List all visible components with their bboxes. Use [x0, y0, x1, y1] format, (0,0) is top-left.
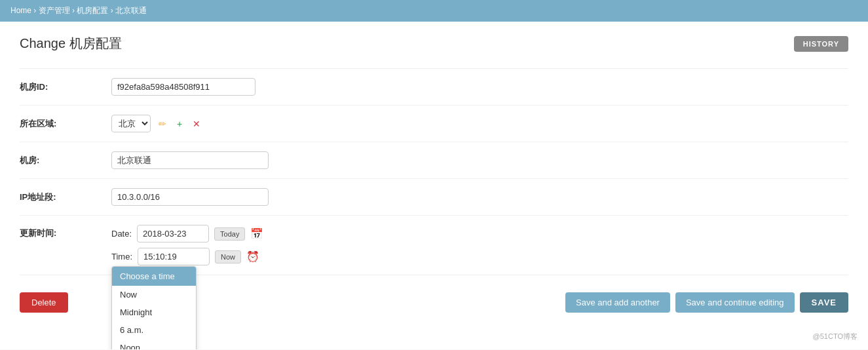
region-label: 所在区域:: [20, 118, 111, 130]
ip-range-input[interactable]: [111, 188, 269, 206]
time-option-now[interactable]: Now: [112, 286, 196, 303]
main-content: Change 机房配置 HISTORY 机房ID: 所在区域: 北京 ✏ + ✕: [0, 22, 868, 349]
page-header: Change 机房配置 HISTORY: [20, 35, 848, 52]
today-button[interactable]: Today: [214, 227, 245, 241]
now-button[interactable]: Now: [215, 250, 241, 263]
datacenter-id-input[interactable]: [111, 78, 255, 96]
save-add-button[interactable]: Save and add another: [565, 292, 670, 313]
region-edit-button[interactable]: ✏: [156, 117, 169, 130]
datetime-container: Date: Today 📅 Time: Now ⏰ Choose a time …: [111, 225, 263, 265]
clock-icon[interactable]: ⏰: [246, 250, 259, 263]
datacenter-name-label: 机房:: [20, 155, 111, 166]
date-row: Date: Today 📅: [111, 225, 263, 243]
datacenter-id-field: [111, 78, 255, 96]
datacenter-id-row: 机房ID:: [20, 69, 848, 106]
update-time-label: 更新时间:: [20, 225, 111, 239]
time-option-noon[interactable]: Noon: [112, 339, 196, 349]
datacenter-name-row: 机房:: [20, 142, 848, 179]
save-continue-button[interactable]: Save and continue editing: [675, 292, 795, 313]
time-picker-dropdown: Choose a time Now Midnight 6 a.m. Noon 6…: [111, 266, 197, 349]
date-label: Date:: [111, 229, 132, 239]
datacenter-id-label: 机房ID:: [20, 81, 111, 93]
datacenter-name-field: [111, 151, 269, 169]
watermark: @51CTO博客: [813, 332, 858, 341]
ip-range-row: IP地址段:: [20, 179, 848, 216]
time-label: Time:: [111, 252, 132, 262]
delete-button[interactable]: Delete: [20, 292, 68, 313]
form-section: 机房ID: 所在区域: 北京 ✏ + ✕ 机房:: [20, 68, 848, 275]
calendar-icon[interactable]: 📅: [250, 227, 263, 240]
right-buttons: Save and add another Save and continue e…: [565, 292, 848, 313]
history-button[interactable]: HISTORY: [794, 36, 848, 52]
datacenter-name-input[interactable]: [111, 151, 269, 169]
time-option-6am[interactable]: 6 a.m.: [112, 321, 196, 339]
region-row: 所在区域: 北京 ✏ + ✕: [20, 106, 848, 142]
region-add-button[interactable]: +: [174, 117, 185, 130]
time-option-midnight[interactable]: Midnight: [112, 303, 196, 321]
breadcrumb-assets[interactable]: 资产管理: [39, 6, 70, 15]
region-field: 北京 ✏ + ✕: [111, 115, 203, 132]
page-title: Change 机房配置: [20, 35, 122, 52]
save-button[interactable]: SAVE: [800, 292, 848, 313]
update-time-row: 更新时间: Date: Today 📅 Time: Now ⏰: [20, 216, 848, 275]
ip-range-field: [111, 188, 269, 206]
breadcrumb-sep1: ›: [33, 6, 36, 15]
date-input[interactable]: [137, 225, 209, 243]
time-row: Time: Now ⏰ Choose a time Now Midnight 6…: [111, 248, 263, 265]
breadcrumb: Home › 资产管理 › 机房配置 › 北京联通: [0, 0, 868, 22]
region-delete-button[interactable]: ✕: [190, 117, 203, 130]
time-picker-header: Choose a time: [112, 267, 196, 286]
region-select[interactable]: 北京: [111, 115, 151, 132]
breadcrumb-sep2: ›: [72, 6, 75, 15]
breadcrumb-current: 北京联通: [115, 6, 147, 15]
breadcrumb-sep3: ›: [111, 6, 113, 15]
breadcrumb-datacenter[interactable]: 机房配置: [77, 6, 108, 15]
breadcrumb-home[interactable]: Home: [10, 6, 31, 15]
time-input[interactable]: [138, 248, 210, 265]
ip-range-label: IP地址段:: [20, 191, 111, 203]
